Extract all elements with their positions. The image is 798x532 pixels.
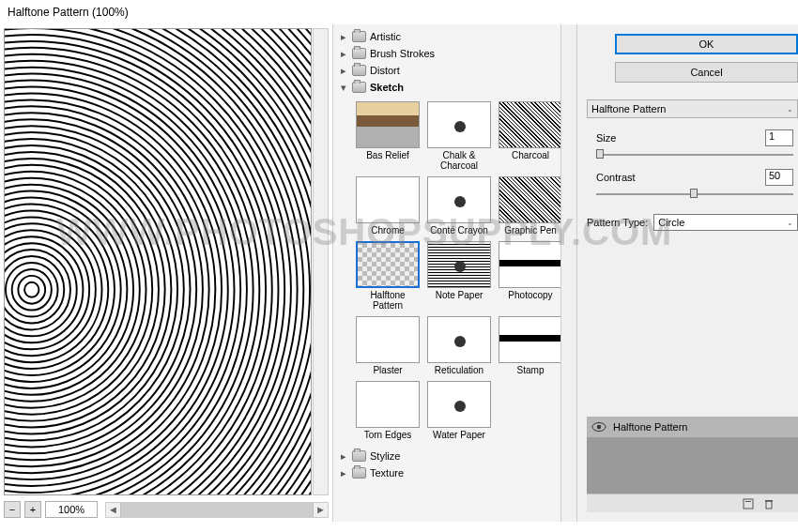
- filter-thumbnail-image: [499, 316, 560, 363]
- filter-thumbnail-image: [499, 241, 560, 288]
- layers-empty-area: [587, 437, 798, 494]
- svg-point-17: [5, 172, 146, 408]
- filter-thumbnail-image: [427, 101, 491, 148]
- svg-point-18: [5, 165, 152, 415]
- filter-thumb-chrome[interactable]: Chrome: [354, 176, 422, 236]
- svg-point-25: [5, 119, 196, 460]
- filter-thumb-reticulation[interactable]: Reticulation: [425, 316, 493, 375]
- filter-thumbnail-image: [427, 241, 491, 288]
- preview-pane: − + 100% ◄ ►: [0, 24, 333, 522]
- chevron-down-icon: ⌄: [787, 105, 793, 114]
- zoom-in-button[interactable]: +: [24, 501, 41, 518]
- zoom-level-field[interactable]: 100%: [45, 501, 98, 518]
- filter-thumb-halftone-pattern[interactable]: Halftone Pattern: [354, 241, 422, 311]
- filter-thumbnail-image: [356, 176, 420, 223]
- disclosure-triangle-icon: ▾: [339, 83, 348, 92]
- ok-button[interactable]: OK: [615, 34, 798, 54]
- scroll-thumb[interactable]: [121, 503, 313, 517]
- filter-thumbnail-label: Chalk & Charcoal: [425, 150, 493, 171]
- size-slider[interactable]: [596, 152, 793, 158]
- svg-rect-102: [745, 501, 751, 502]
- category-brush-strokes[interactable]: ▸Brush Strokes: [337, 45, 557, 62]
- filter-dropdown-label: Halftone Pattern: [591, 103, 667, 114]
- filter-thumb-cont-crayon[interactable]: Conté Crayon: [425, 176, 493, 236]
- svg-point-1: [18, 276, 45, 304]
- disclosure-triangle-icon: ▸: [339, 32, 348, 41]
- svg-point-11: [5, 210, 108, 369]
- contrast-slider[interactable]: [596, 191, 793, 197]
- filter-thumb-bas-relief[interactable]: Bas Relief: [354, 101, 422, 171]
- category-texture[interactable]: ▸Texture: [337, 464, 557, 481]
- cancel-button[interactable]: Cancel: [615, 62, 798, 83]
- effect-layer-name: Halftone Pattern: [613, 421, 688, 433]
- folder-icon: [352, 82, 366, 93]
- filter-thumbnail-label: Halftone Pattern: [354, 290, 422, 311]
- folder-icon: [352, 450, 366, 462]
- preview-horizontal-scrollbar[interactable]: ◄ ►: [105, 502, 329, 518]
- category-label: Distort: [370, 65, 400, 76]
- filter-thumb-plaster[interactable]: Plaster: [354, 316, 422, 375]
- size-input[interactable]: 1: [765, 129, 793, 146]
- filter-gallery-pane: ▸Artistic▸Brush Strokes▸Distort▾SketchBa…: [333, 24, 577, 522]
- filter-thumbnail-image: [356, 101, 420, 148]
- filter-thumb-photocopy[interactable]: Photocopy: [497, 241, 560, 311]
- chevron-down-icon: ⌄: [787, 219, 793, 227]
- filter-dropdown[interactable]: Halftone Pattern ⌄: [587, 99, 798, 118]
- filter-thumb-torn-edges[interactable]: Torn Edges: [354, 381, 422, 440]
- filter-thumbnail-image: [499, 176, 560, 223]
- new-effect-layer-icon[interactable]: [742, 497, 755, 510]
- filter-thumbnail-label: Plaster: [373, 365, 402, 375]
- filter-thumb-chalk-charcoal[interactable]: Chalk & Charcoal: [425, 101, 493, 171]
- delete-effect-layer-icon[interactable]: [762, 497, 775, 510]
- filter-thumbnail-label: Photocopy: [508, 290, 552, 300]
- pattern-type-value: Circle: [658, 217, 684, 228]
- svg-point-4: [5, 256, 64, 323]
- visibility-eye-icon[interactable]: [591, 420, 607, 433]
- filter-gallery-scrollbar[interactable]: [560, 24, 576, 522]
- filter-thumbnail-label: Chrome: [371, 225, 405, 236]
- folder-icon: [352, 48, 366, 59]
- filter-thumbnail-label: Water Paper: [433, 430, 485, 440]
- category-stylize[interactable]: ▸Stylize: [337, 448, 557, 464]
- category-sketch[interactable]: ▾Sketch: [337, 79, 557, 96]
- filter-thumb-stamp[interactable]: Stamp: [497, 316, 560, 375]
- svg-rect-103: [766, 501, 772, 509]
- filter-thumbnail-label: Bas Relief: [366, 150, 409, 160]
- filter-thumbnail-image: [356, 316, 420, 363]
- filter-thumbnail-image: [427, 316, 491, 363]
- filter-thumbnail-image: [427, 176, 491, 223]
- filter-thumb-charcoal[interactable]: Charcoal: [497, 101, 560, 171]
- disclosure-triangle-icon: ▸: [339, 451, 348, 461]
- folder-icon: [352, 31, 366, 42]
- category-artistic[interactable]: ▸Artistic: [337, 28, 557, 45]
- preview-canvas[interactable]: [4, 28, 312, 495]
- filter-thumbnail-image: [427, 381, 491, 428]
- effect-layer-row[interactable]: Halftone Pattern: [587, 417, 798, 437]
- zoom-out-button[interactable]: −: [4, 501, 21, 518]
- filter-thumbnail-label: Reticulation: [435, 365, 483, 375]
- window-title: Halftone Pattern (100%): [0, 0, 798, 24]
- scroll-left-arrow[interactable]: ◄: [106, 503, 121, 517]
- filter-thumb-water-paper[interactable]: Water Paper: [425, 381, 493, 440]
- contrast-input[interactable]: 50: [765, 169, 793, 186]
- size-label: Size: [596, 132, 616, 144]
- filter-thumbnail-label: Stamp: [517, 365, 545, 375]
- category-label: Stylize: [370, 450, 400, 462]
- scroll-right-arrow[interactable]: ►: [313, 503, 328, 517]
- filter-thumbnail-image: [356, 381, 420, 428]
- folder-icon: [352, 467, 366, 479]
- svg-point-100: [597, 425, 601, 429]
- category-distort[interactable]: ▸Distort: [337, 62, 557, 79]
- contrast-label: Contrast: [596, 172, 636, 183]
- folder-icon: [352, 65, 366, 76]
- disclosure-triangle-icon: ▸: [339, 49, 348, 58]
- filter-thumb-graphic-pen[interactable]: Graphic Pen: [497, 176, 560, 236]
- filter-thumbnail-image: [499, 101, 560, 148]
- filter-thumbnail-label: Note Paper: [436, 290, 483, 300]
- filter-thumb-note-paper[interactable]: Note Paper: [425, 241, 493, 311]
- filter-thumbnail-label: Graphic Pen: [504, 225, 557, 236]
- pattern-type-dropdown[interactable]: Circle ⌄: [653, 214, 798, 231]
- settings-pane: OK Cancel Halftone Pattern ⌄ Size 1 Cont…: [577, 24, 798, 522]
- category-label: Sketch: [370, 82, 404, 93]
- preview-vertical-scrollbar[interactable]: [313, 28, 329, 495]
